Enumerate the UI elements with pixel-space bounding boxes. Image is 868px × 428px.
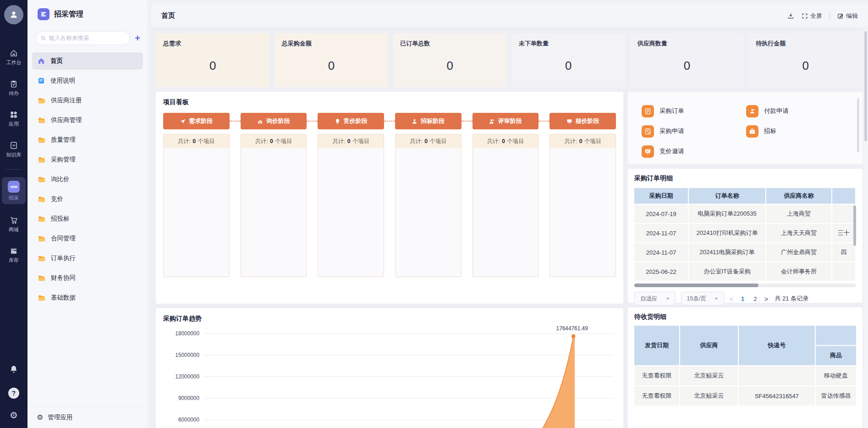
quick-link-tender[interactable]: 招标: [746, 125, 851, 138]
cell-supplier: 上海商贸: [766, 205, 832, 223]
search-input[interactable]: [49, 35, 126, 41]
fullscreen-button[interactable]: 全屏: [802, 12, 822, 20]
sidebar-item-quality[interactable]: 质量管理: [32, 131, 143, 149]
cell-ship-date: 无查看权限: [634, 366, 680, 386]
document-icon: [38, 77, 45, 84]
stage-inquiry[interactable]: 询价阶段: [241, 113, 307, 129]
order-table-title: 采购订单明细: [634, 174, 856, 183]
prev-page-button[interactable]: <: [730, 295, 734, 303]
sidebar-item-basic-data[interactable]: 基础数据: [32, 289, 143, 306]
stage-tender[interactable]: 招标阶段: [395, 113, 461, 129]
stage-demand[interactable]: 需求阶段: [163, 113, 230, 129]
rail-item-label: 应用: [9, 121, 19, 128]
download-button[interactable]: [787, 12, 794, 19]
next-page-button[interactable]: >: [764, 295, 769, 303]
sidebar-item-tender[interactable]: 招投标: [32, 210, 143, 228]
rail-item-apps[interactable]: 应用: [2, 109, 26, 129]
table-row[interactable]: 无查看权限 北京鲸采云 SF45642316547 雷达传感器: [634, 386, 857, 406]
stat-card-total-demand: 总需求 0: [156, 33, 270, 87]
sidebar-item-usage[interactable]: 使用说明: [32, 72, 143, 89]
scrollbar-thumb[interactable]: [864, 31, 867, 141]
pagination: 自适应 15条/页 < 1 2 > 共 21 条记录: [634, 292, 856, 306]
sidebar-item-label: 招投标: [51, 215, 70, 223]
table-row[interactable]: 2024-07-19 电脑采购订单2200535 上海商贸: [634, 205, 856, 223]
page-number-1[interactable]: 1: [739, 295, 747, 302]
stage-review[interactable]: 评审阶段: [472, 113, 539, 129]
table-row[interactable]: 2024-11-07 202410打印机采购订单 上海天天商贸 三十: [634, 224, 856, 242]
avatar[interactable]: [4, 5, 23, 24]
rail-item-mall[interactable]: 商城: [2, 214, 26, 235]
stage-pricing[interactable]: 核价阶段: [549, 113, 616, 129]
sidebar-item-contract[interactable]: 合同管理: [32, 230, 143, 247]
settings-gear-icon[interactable]: ⚙: [10, 411, 18, 420]
sidebar-item-procurement[interactable]: 采购管理: [32, 151, 143, 168]
sidebar-item-bidding[interactable]: 竞价: [32, 190, 143, 208]
sidebar-item-rfq[interactable]: 询比价: [32, 171, 143, 188]
stage-count: 共计:0个项目: [473, 134, 538, 148]
table-row[interactable]: 2025-06-22 办公室IT设备采购 会计师事务所: [634, 262, 856, 281]
stat-value: 0: [756, 59, 855, 73]
peak-annotation: 17644761.49: [556, 326, 588, 332]
stat-card-supplier-count: 供应商数量 0: [630, 33, 744, 87]
sidebar-item-order-exec[interactable]: 订单执行: [32, 250, 143, 267]
manage-app-button[interactable]: ⚙ 管理应用: [27, 406, 148, 428]
sidebar-item-home[interactable]: 首页: [32, 52, 143, 70]
receiving-table-title: 待收货明细: [634, 313, 856, 321]
kanban-column-pricing: 共计:0个项目: [549, 134, 616, 277]
rail-item-knowledge[interactable]: AI 知识库: [2, 139, 26, 160]
sidebar-item-label: 使用说明: [50, 77, 75, 85]
add-button[interactable]: +: [135, 33, 140, 43]
send-icon: [180, 118, 186, 124]
folder-icon: [38, 255, 45, 262]
cell-extra: 三十: [832, 224, 856, 242]
stat-value: 0: [400, 59, 500, 73]
page-size-select[interactable]: 15条/页: [681, 292, 724, 306]
chevron-down-icon: [666, 298, 670, 300]
edit-button[interactable]: 编辑: [837, 12, 858, 20]
help-icon[interactable]: ?: [8, 388, 19, 399]
rail-item-todo[interactable]: 待办: [2, 78, 26, 99]
main-panel: 首页 全屏 编辑 总需求 0 总采购金额 0: [151, 4, 868, 428]
quick-link-purchase-request[interactable]: 采购申请: [642, 125, 746, 138]
sidebar-item-label: 供应商管理: [51, 116, 82, 124]
stat-card-ordered-count: 已订单总数 0: [393, 33, 507, 87]
quick-link-bid-invitation[interactable]: 竞价邀请: [642, 145, 746, 158]
rail-item-workbench[interactable]: 工作台: [2, 47, 26, 68]
area-fill: [499, 336, 575, 428]
table-vertical-scrollbar[interactable]: [853, 206, 856, 246]
stat-card-unordered-count: 未下单数量 0: [511, 33, 626, 87]
quicklinks-scrollbar[interactable]: [857, 98, 859, 152]
rail-item-srm[interactable]: SRM 招采: [2, 177, 26, 204]
person-icon: [412, 118, 418, 124]
folder-icon: [38, 117, 45, 124]
cell-extra: [832, 262, 856, 281]
quick-link-payment-request[interactable]: 付款申请: [746, 105, 851, 117]
column-header: 快递号: [739, 326, 816, 366]
header-actions: 全屏 编辑: [787, 12, 858, 20]
home-icon: [10, 49, 18, 57]
kanban-column-body: [318, 148, 384, 277]
sidebar-item-finance[interactable]: 财务协同: [32, 269, 143, 287]
table-row[interactable]: 2024-11-07 202411电脑采购订单 广州金鼎商贸 四: [634, 243, 856, 261]
sidebar-item-supplier-manage[interactable]: 供应商管理: [32, 111, 143, 129]
table-horizontal-scrollbar[interactable]: [634, 283, 856, 287]
notifications-bell-icon[interactable]: [9, 365, 18, 376]
fit-mode-select[interactable]: 自适应: [634, 292, 676, 306]
user-icon: [9, 10, 18, 19]
cell-supplier: 北京鲸采云: [680, 386, 739, 406]
stage-connector: [230, 121, 241, 122]
rail-item-inventory[interactable]: 库存: [2, 245, 26, 266]
stage-count: 共计:0个项目: [164, 134, 229, 148]
edit-icon: [837, 13, 844, 19]
stage-auction[interactable]: 竞价阶段: [318, 113, 384, 129]
cell-date: 2024-07-19: [634, 205, 689, 223]
page-size-value: 15条/页: [687, 295, 706, 303]
table-row[interactable]: 无查看权限 北京鲸采云 移动硬盘: [634, 366, 857, 386]
page-scrollbar[interactable]: [863, 28, 868, 428]
scrollbar-thumb[interactable]: [634, 283, 758, 287]
rail-item-label: 待办: [9, 90, 19, 97]
sidebar-item-supplier-register[interactable]: 供应商注册: [32, 92, 143, 109]
quick-link-purchase-order[interactable]: 采购订单: [642, 105, 746, 117]
search-input-wrap[interactable]: [36, 31, 130, 45]
page-number-2[interactable]: 2: [752, 295, 759, 302]
